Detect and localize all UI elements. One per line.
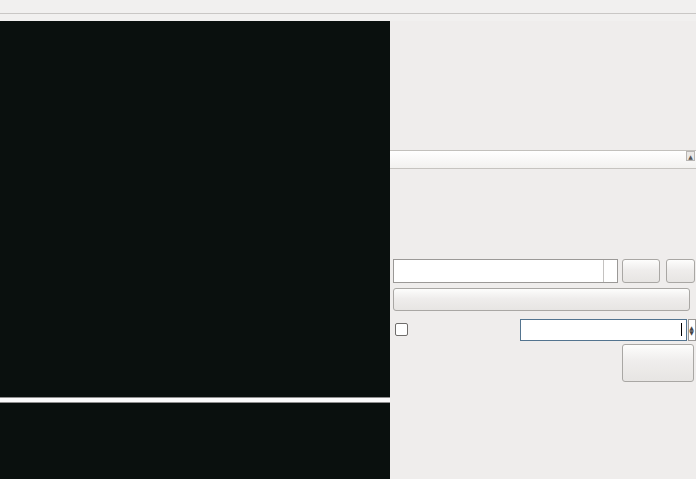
periodic-selection-checkbox[interactable]	[395, 323, 408, 336]
waveform-display[interactable]	[0, 21, 390, 479]
frequency-spinbox[interactable]	[393, 259, 618, 283]
app-window: ▲ ▲▼	[0, 0, 696, 479]
iq-constellation	[397, 38, 452, 93]
spinner-arrows-icon[interactable]	[603, 260, 617, 282]
waveform-panel-bottom[interactable]	[0, 403, 390, 479]
freq-step-back-button[interactable]	[622, 259, 660, 283]
waveform-panel-top[interactable]	[0, 21, 390, 397]
toolbar-edge	[0, 0, 696, 21]
toolbar-divider	[0, 13, 696, 14]
tools-panel: ▲ ▲▼	[390, 21, 696, 479]
freq-step-forward-button[interactable]	[666, 259, 695, 283]
spinner-arrows-icon[interactable]: ▲▼	[688, 320, 695, 340]
cycles-input[interactable]	[520, 319, 687, 341]
show-velocity-distribution-button[interactable]	[393, 288, 690, 311]
cycles-spinner-clipped[interactable]: ▲▼	[688, 319, 696, 341]
measurements-section-header[interactable]	[390, 150, 696, 169]
text-cursor	[681, 323, 682, 336]
lock-button[interactable]	[622, 344, 694, 382]
scroll-up-icon[interactable]: ▲	[686, 151, 695, 161]
